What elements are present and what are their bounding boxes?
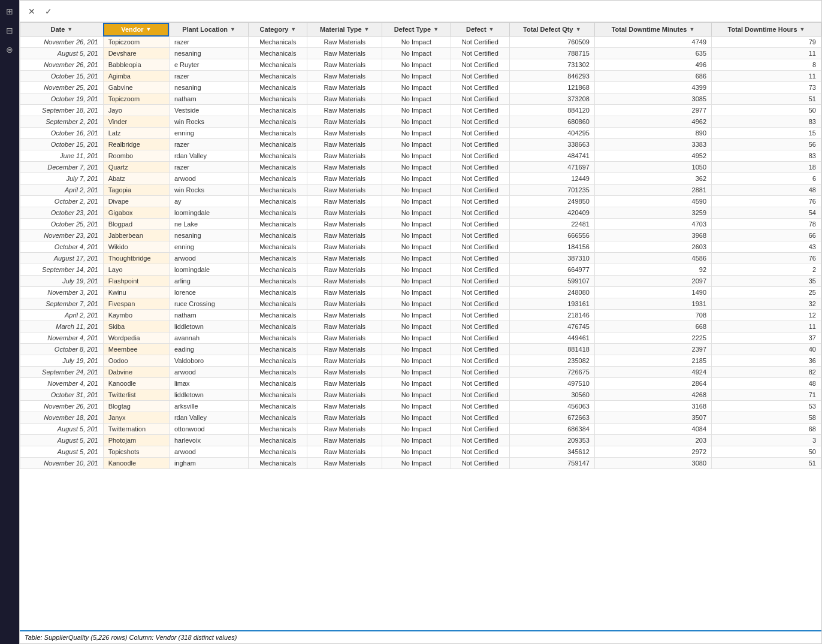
col-header-defect[interactable]: Defect ▼	[451, 23, 509, 37]
table-row: September 24, 201DabvinearwoodMechanical…	[20, 367, 821, 378]
table-row: November 26, 201TopiczoomrazerMechanical…	[20, 37, 821, 48]
category-label: Category	[260, 26, 289, 33]
downtime-min-label: Total Downtime Minutes	[612, 26, 687, 33]
date-label: Date	[50, 26, 65, 33]
main-content: ✕ ✓ Date ▼ Vendor	[19, 0, 822, 644]
defect-type-label: Defect Type	[394, 26, 431, 33]
col-header-date[interactable]: Date ▼	[20, 23, 104, 37]
table-row: August 5, 201DevsharenesaningMechanicals…	[20, 48, 821, 59]
table-row: April 2, 201Tagopiawin RocksMechanicalsR…	[20, 185, 821, 196]
table-row: July 19, 201FlashpointarlingMechanicalsR…	[20, 276, 821, 287]
table-row: September 14, 201LayoloomingdaleMechanic…	[20, 264, 821, 276]
table-row: November 25, 201GabvinenesaningMechanica…	[20, 82, 821, 93]
filter-sidebar-icon[interactable]: ⊜	[3, 43, 16, 56]
table-row: August 17, 201ThoughtbridgearwoodMechani…	[20, 253, 821, 264]
location-label: Plant Location	[182, 26, 228, 33]
table-row: October 31, 201TwitterlistliddletownMech…	[20, 389, 821, 401]
material-label: Material Type	[320, 26, 362, 33]
downtime-min-filter-icon[interactable]: ▼	[689, 26, 694, 32]
check-button[interactable]: ✓	[41, 4, 56, 19]
material-filter-icon[interactable]: ▼	[364, 26, 370, 32]
toolbar: ✕ ✓	[20, 1, 821, 22]
category-filter-icon[interactable]: ▼	[291, 26, 296, 32]
date-filter-icon[interactable]: ▼	[67, 26, 72, 32]
table-row: September 7, 201Fivespanruce CrossingMec…	[20, 298, 821, 310]
col-header-category[interactable]: Category ▼	[249, 23, 307, 37]
table-row: November 18, 201Janyxrdan ValleyMechanic…	[20, 412, 821, 424]
table-row: October 23, 201GigaboxloomingdaleMechani…	[20, 207, 821, 219]
defect-label: Defect	[466, 26, 486, 33]
table-row: October 2, 201DivapeayMechanicalsRaw Mat…	[20, 196, 821, 207]
vendor-filter-icon[interactable]: ▼	[146, 26, 151, 32]
grid-sidebar-icon[interactable]: ⊞	[3, 5, 16, 18]
table-row: October 15, 201RealbridgerazerMechanical…	[20, 139, 821, 150]
table-row: December 7, 201QuartzrazerMechanicalsRaw…	[20, 162, 821, 173]
left-sidebar: ⊞ ⊟ ⊜	[0, 0, 19, 644]
table-row: October 8, 201MeembeeeadingMechanicalsRa…	[20, 344, 821, 355]
col-header-downtime-min[interactable]: Total Downtime Minutes ▼	[594, 23, 711, 37]
total-defect-qty-filter-icon[interactable]: ▼	[576, 26, 581, 32]
col-header-downtime-hrs[interactable]: Total Downtime Hours ▼	[712, 23, 821, 37]
col-header-total-defect-qty[interactable]: Total Defect Qty ▼	[509, 23, 594, 37]
table-row: November 10, 201KanoodleinghamMechanical…	[20, 458, 821, 469]
table-sidebar-icon[interactable]: ⊟	[3, 24, 16, 37]
table-row: November 26, 201BlogtagarksvilleMechanic…	[20, 401, 821, 412]
col-header-material[interactable]: Material Type ▼	[307, 23, 382, 37]
defect-type-filter-icon[interactable]: ▼	[433, 26, 439, 32]
defect-filter-icon[interactable]: ▼	[489, 26, 494, 32]
table-row: September 2, 201Vinderwin RocksMechanica…	[20, 116, 821, 128]
table-row: July 7, 201AbatzarwoodMechanicalsRaw Mat…	[20, 173, 821, 185]
table-row: June 11, 201Roombordan ValleyMechanicals…	[20, 150, 821, 162]
table-row: October 4, 201WikidoenningMechanicalsRaw…	[20, 241, 821, 253]
app-container: ⊞ ⊟ ⊜ ✕ ✓ Date ▼	[0, 0, 822, 644]
table-row: November 3, 201KwinulorenceMechanicalsRa…	[20, 287, 821, 298]
table-row: September 18, 201JayoVestsideMechanicals…	[20, 105, 821, 116]
table-row: November 23, 201JabberbeannesaningMechan…	[20, 230, 821, 241]
total-defect-qty-label: Total Defect Qty	[523, 26, 573, 33]
vendor-label: Vendor	[121, 26, 143, 33]
table-row: November 4, 201KanoodlelimaxMechanicalsR…	[20, 378, 821, 389]
table-row: July 19, 201OodooValdoboroMechanicalsRaw…	[20, 355, 821, 367]
table-row: August 5, 201TopicshotsarwoodMechanicals…	[20, 446, 821, 458]
table-row: August 5, 201TwitternationottonwoodMecha…	[20, 424, 821, 435]
data-table: Date ▼ Vendor ▼ Plant Lo	[20, 22, 821, 469]
table-container[interactable]: Date ▼ Vendor ▼ Plant Lo	[20, 22, 821, 630]
table-row: March 11, 201SkibaliddletownMechanicalsR…	[20, 321, 821, 332]
location-filter-icon[interactable]: ▼	[230, 26, 235, 32]
close-button[interactable]: ✕	[25, 4, 39, 19]
table-row: October 19, 201TopiczoomnathamMechanical…	[20, 93, 821, 105]
col-header-location[interactable]: Plant Location ▼	[169, 23, 249, 37]
table-row: August 5, 201PhotojamharlevoixMechanical…	[20, 435, 821, 446]
col-header-vendor[interactable]: Vendor ▼	[103, 23, 169, 37]
downtime-hrs-label: Total Downtime Hours	[728, 26, 797, 33]
table-row: October 15, 201AgimbarazerMechanicalsRaw…	[20, 71, 821, 82]
downtime-hrs-filter-icon[interactable]: ▼	[800, 26, 805, 32]
table-row: November 26, 201Babbleopiae RuyterMechan…	[20, 59, 821, 71]
table-row: October 16, 201LatzenningMechanicalsRaw …	[20, 128, 821, 139]
table-row: November 4, 201WordpediaavannahMechanica…	[20, 332, 821, 344]
table-row: October 25, 201Blogpadne LakeMechanicals…	[20, 219, 821, 230]
status-text: Table: SupplierQuality (5,226 rows) Colu…	[25, 634, 237, 641]
status-bar: Table: SupplierQuality (5,226 rows) Colu…	[20, 630, 821, 643]
col-header-defect-type[interactable]: Defect Type ▼	[382, 23, 451, 37]
table-row: April 2, 201KaymbonathamMechanicalsRaw M…	[20, 310, 821, 321]
